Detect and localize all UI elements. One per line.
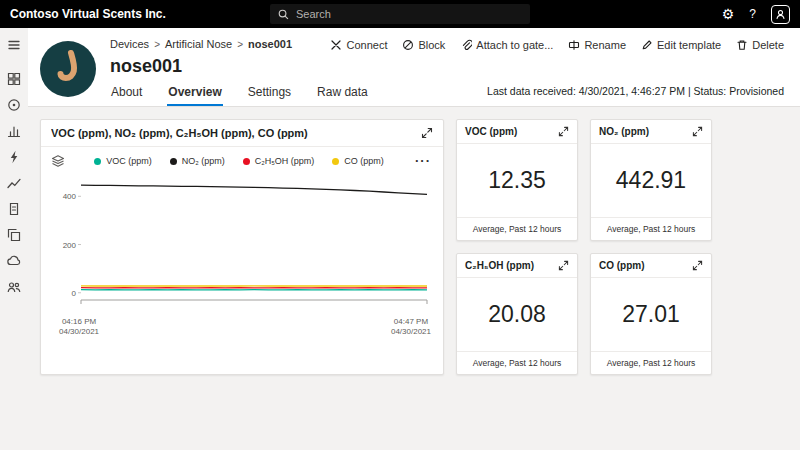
kpi-card-voc: VOC (ppm) 12.35 Average, Past 12 hours (456, 119, 578, 241)
dashboard-icon[interactable] (6, 71, 22, 87)
block-label: Block (418, 39, 445, 51)
edit-template-button[interactable]: Edit template (641, 39, 721, 51)
connect-label: Connect (346, 39, 387, 51)
legend-dot-c2h5oh (243, 158, 250, 165)
expand-icon (558, 126, 569, 137)
expand-voc-button[interactable] (558, 126, 569, 137)
svg-text:0: 0 (72, 289, 77, 298)
x-axis-start-label: 04:16 PM 04/30/2021 (59, 317, 99, 338)
device-avatar (40, 41, 96, 97)
legend-dot-no2 (170, 158, 177, 165)
attach-to-gateway-button[interactable]: Attach to gate... (460, 39, 553, 51)
svg-text:200: 200 (63, 241, 77, 250)
help-icon[interactable]: ? (749, 7, 756, 21)
rename-button[interactable]: Rename (568, 39, 626, 51)
layers-icon[interactable] (51, 154, 65, 168)
chart-legend: VOC (ppm) NO₂ (ppm) C₂H₅OH (ppm) CO (ppm… (73, 156, 405, 166)
expand-no2-button[interactable] (692, 126, 703, 137)
device-templates-icon[interactable] (6, 227, 22, 243)
connect-button[interactable]: Connect (330, 39, 387, 51)
svg-text:400: 400 (63, 192, 77, 201)
delete-button[interactable]: Delete (736, 39, 784, 51)
kpi-subtitle-voc: Average, Past 12 hours (457, 217, 577, 240)
attach-icon (460, 39, 472, 51)
top-bar: Contoso Virtual Scents Inc. ⚙ ? (0, 0, 800, 28)
data-export-icon[interactable] (6, 253, 22, 269)
devices-icon[interactable] (6, 97, 22, 113)
telemetry-chart-card: VOC (ppm), NO₂ (ppm), C₂H₅OH (ppm), CO (… (40, 119, 444, 375)
device-tabs: About Overview Settings Raw data (110, 78, 369, 106)
kpi-subtitle-no2: Average, Past 12 hours (591, 217, 711, 240)
edit-template-label: Edit template (657, 39, 721, 51)
user-avatar-button[interactable] (771, 5, 790, 24)
user-icon (774, 8, 787, 21)
legend-item-voc[interactable]: VOC (ppm) (94, 156, 152, 166)
delete-icon (736, 39, 748, 51)
legend-item-co[interactable]: CO (ppm) (332, 156, 384, 166)
chart-title: VOC (ppm), NO₂ (ppm), C₂H₅OH (ppm), CO (… (51, 127, 308, 139)
telemetry-chart: 0200400 (41, 171, 443, 316)
legend-dot-co (332, 158, 339, 165)
expand-icon (558, 260, 569, 271)
search-input[interactable] (296, 8, 523, 20)
global-search[interactable] (270, 4, 530, 24)
breadcrumb-current: nose001 (248, 38, 292, 50)
expand-icon (421, 127, 433, 139)
device-groups-icon[interactable] (6, 123, 22, 139)
breadcrumb-devices[interactable]: Devices (110, 38, 149, 50)
analytics-icon[interactable] (6, 175, 22, 191)
legend-item-no2[interactable]: NO₂ (ppm) (170, 156, 225, 166)
kpi-grid: VOC (ppm) 12.35 Average, Past 12 hours N… (456, 119, 712, 375)
left-nav (0, 28, 28, 450)
kpi-card-co: CO (ppm) 27.01 Average, Past 12 hours (590, 253, 712, 375)
kpi-title-c2h5oh: C₂H₅OH (ppm) (465, 260, 534, 271)
connect-icon (330, 39, 342, 51)
x-axis-end-label: 04:47 PM 04/30/2021 (391, 317, 431, 338)
kpi-title-no2: NO₂ (ppm) (599, 126, 649, 137)
kpi-title-co: CO (ppm) (599, 260, 645, 271)
expand-co-button[interactable] (692, 260, 703, 271)
expand-icon (692, 126, 703, 137)
nose-icon (40, 41, 96, 97)
kpi-subtitle-co: Average, Past 12 hours (591, 351, 711, 374)
rules-icon[interactable] (6, 149, 22, 165)
expand-c2h5oh-button[interactable] (558, 260, 569, 271)
legend-item-c2h5oh[interactable]: C₂H₅OH (ppm) (243, 156, 315, 166)
breadcrumb: Devices > Artificial Nose > nose001 (110, 38, 292, 50)
rename-label: Rename (584, 39, 626, 51)
jobs-icon[interactable] (6, 201, 22, 217)
kpi-card-c2h5oh: C₂H₅OH (ppm) 20.08 Average, Past 12 hour… (456, 253, 578, 375)
device-toolbar: Connect Block Attach to gate... (330, 38, 784, 51)
kpi-value-voc: 12.35 (457, 144, 577, 217)
breadcrumb-separator: > (154, 39, 160, 50)
kpi-title-voc: VOC (ppm) (465, 126, 517, 137)
search-icon (277, 8, 290, 21)
status-line: Last data received: 4/30/2021, 4:46:27 P… (487, 85, 784, 106)
kpi-value-c2h5oh: 20.08 (457, 278, 577, 351)
kpi-subtitle-c2h5oh: Average, Past 12 hours (457, 351, 577, 374)
expand-icon (692, 260, 703, 271)
kpi-card-no2: NO₂ (ppm) 442.91 Average, Past 12 hours (590, 119, 712, 241)
menu-icon[interactable] (6, 37, 22, 53)
tab-overview[interactable]: Overview (167, 78, 222, 106)
expand-chart-button[interactable] (421, 127, 433, 139)
device-header: Devices > Artificial Nose > nose001 Conn… (28, 28, 800, 107)
page-title: nose001 (110, 56, 784, 77)
kpi-value-no2: 442.91 (591, 144, 711, 217)
block-icon (402, 39, 414, 51)
edit-template-icon (641, 39, 653, 51)
tab-about[interactable]: About (110, 78, 143, 106)
rename-icon (568, 39, 580, 51)
app-title: Contoso Virtual Scents Inc. (10, 7, 166, 21)
tab-raw-data[interactable]: Raw data (316, 78, 369, 106)
block-button[interactable]: Block (402, 39, 445, 51)
breadcrumb-separator: > (237, 39, 243, 50)
attach-to-gateway-label: Attach to gate... (476, 39, 553, 51)
gear-icon[interactable]: ⚙ (722, 7, 735, 21)
administration-icon[interactable] (6, 279, 22, 295)
tab-settings[interactable]: Settings (247, 78, 292, 106)
delete-label: Delete (752, 39, 784, 51)
breadcrumb-artificial-nose[interactable]: Artificial Nose (165, 38, 232, 50)
kpi-value-co: 27.01 (591, 278, 711, 351)
more-options-button[interactable]: ··· (413, 158, 433, 164)
